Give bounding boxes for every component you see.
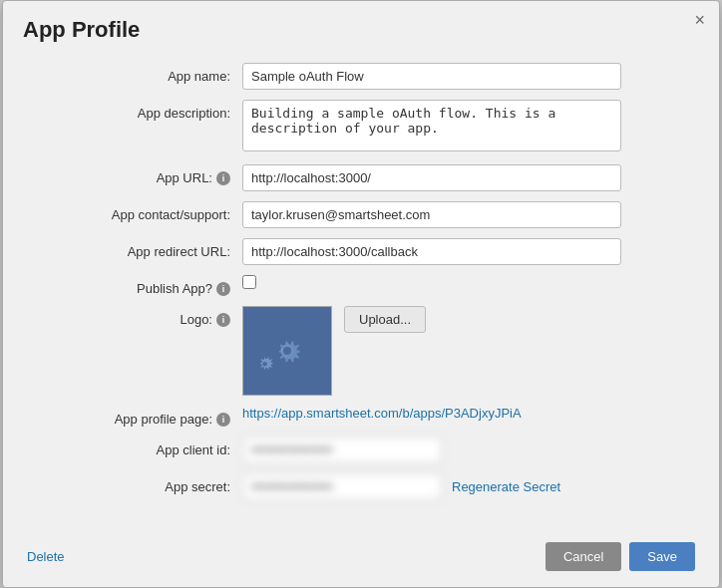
app-profile-dialog: App Profile × App name: App description:… [2,0,720,588]
app-redirect-input[interactable] [242,238,621,265]
app-url-info-icon[interactable]: i [216,171,230,185]
close-button[interactable]: × [694,11,705,29]
app-contact-input[interactable] [242,201,621,228]
app-secret-control: •••••••••••••••••• Regenerate Secret [242,473,621,500]
logo-label: Logo: i [33,306,242,327]
publish-app-label: Publish App? i [33,275,242,296]
svg-point-1 [283,347,291,355]
publish-app-info-icon[interactable]: i [216,282,230,296]
publish-app-checkbox[interactable] [242,275,256,289]
app-url-row: App URL: i [33,164,689,191]
app-secret-row: App secret: •••••••••••••••••• Regenerat… [33,473,689,500]
gear-logo-icon [247,311,327,391]
cancel-button[interactable]: Cancel [545,542,621,571]
app-contact-control [242,201,621,228]
app-url-label: App URL: i [33,164,242,185]
publish-app-row: Publish App? i [33,275,689,296]
upload-button[interactable]: Upload... [344,306,426,333]
dialog-body: App name: App description: Building a sa… [3,53,719,520]
upload-section: Upload... [344,306,426,333]
app-contact-row: App contact/support: [33,201,689,228]
app-redirect-label: App redirect URL: [33,238,242,259]
app-secret-label: App secret: [33,473,242,494]
save-button[interactable]: Save [629,542,695,571]
app-description-row: App description: Building a sample oAuth… [33,100,689,154]
app-profile-page-label: App profile page: i [33,406,242,427]
app-url-control [242,164,621,191]
app-contact-label: App contact/support: [33,201,242,222]
publish-app-control [242,275,621,289]
app-client-id-label: App client id: [33,437,242,457]
dialog-footer: Delete Cancel Save [3,528,719,587]
logo-info-icon[interactable]: i [216,313,230,327]
app-client-id-control: •••••••••••••••••• [242,437,621,463]
logo-preview [242,306,332,396]
dialog-title: App Profile [23,17,140,42]
app-client-id-row: App client id: •••••••••••••••••• [33,437,689,463]
footer-buttons: Cancel Save [545,542,695,571]
app-description-input[interactable]: Building a sample oAuth flow. This is a … [242,100,621,151]
app-name-row: App name: [33,63,689,90]
app-description-control: Building a sample oAuth flow. This is a … [242,100,621,154]
app-redirect-control [242,238,621,265]
app-name-label: App name: [33,63,242,84]
logo-row: Logo: i [33,306,689,396]
app-profile-info-icon[interactable]: i [216,413,230,427]
svg-point-2 [262,362,266,366]
app-client-id-input: •••••••••••••••••• [242,437,442,463]
app-description-label: App description: [33,100,242,121]
app-profile-page-row: App profile page: i https://app.smartshe… [33,406,689,427]
dialog-header: App Profile × [3,1,719,53]
app-name-control [242,63,621,90]
app-profile-page-control: https://app.smartsheet.com/b/apps/P3ADjx… [242,406,621,421]
delete-link[interactable]: Delete [27,549,65,564]
app-redirect-row: App redirect URL: [33,238,689,265]
app-name-input[interactable] [242,63,621,90]
app-secret-input: •••••••••••••••••• [242,473,442,500]
logo-control: Upload... [242,306,621,396]
regenerate-secret-link[interactable]: Regenerate Secret [452,479,560,494]
app-url-input[interactable] [242,164,621,191]
app-profile-page-link[interactable]: https://app.smartsheet.com/b/apps/P3ADjx… [242,406,522,421]
